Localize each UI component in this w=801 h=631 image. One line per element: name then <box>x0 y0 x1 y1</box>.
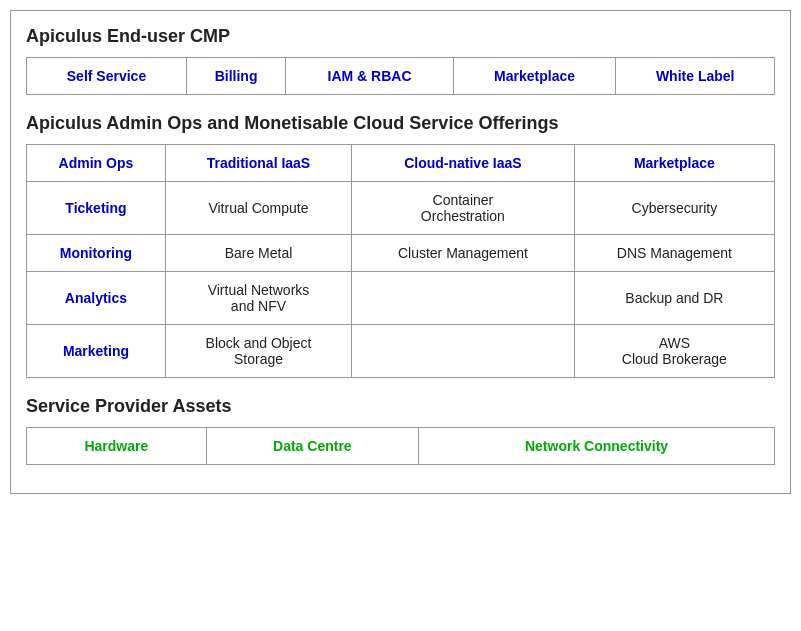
assets-title: Service Provider Assets <box>26 396 775 417</box>
enduser-cell-whitelabel: White Label <box>616 58 775 95</box>
adminops-cell-virtualcompute: Vitrual Compute <box>165 182 351 235</box>
enduser-title: Apiculus End-user CMP <box>26 26 775 47</box>
adminops-row-1: Ticketing Vitrual Compute ContainerOrche… <box>27 182 775 235</box>
assets-cell-datacentre: Data Centre <box>206 428 418 465</box>
adminops-row-4: Marketing Block and ObjectStorage AWSClo… <box>27 325 775 378</box>
assets-cell-network: Network Connectivity <box>419 428 775 465</box>
adminops-cell-empty1 <box>352 272 575 325</box>
adminops-table: Admin Ops Traditional IaaS Cloud-native … <box>26 144 775 378</box>
enduser-cell-billing: Billing <box>186 58 285 95</box>
adminops-row-3: Analytics Virtual Networksand NFV Backup… <box>27 272 775 325</box>
adminops-cell-baremetal: Bare Metal <box>165 235 351 272</box>
adminops-cell-cybersecurity: Cybersecurity <box>574 182 774 235</box>
adminops-title: Apiculus Admin Ops and Monetisable Cloud… <box>26 113 775 134</box>
adminops-cell-container: ContainerOrchestration <box>352 182 575 235</box>
adminops-cell-marketing: Marketing <box>27 325 166 378</box>
main-container: Apiculus End-user CMP Self Service Billi… <box>10 10 791 494</box>
enduser-cell-marketplace: Marketplace <box>453 58 616 95</box>
enduser-table: Self Service Billing IAM & RBAC Marketpl… <box>26 57 775 95</box>
enduser-row: Self Service Billing IAM & RBAC Marketpl… <box>27 58 775 95</box>
adminops-header-marketplace: Marketplace <box>574 145 774 182</box>
assets-row: Hardware Data Centre Network Connectivit… <box>27 428 775 465</box>
adminops-cell-blockstorage: Block and ObjectStorage <box>165 325 351 378</box>
adminops-header-adminops: Admin Ops <box>27 145 166 182</box>
adminops-cell-virtualnetworks: Virtual Networksand NFV <box>165 272 351 325</box>
assets-table: Hardware Data Centre Network Connectivit… <box>26 427 775 465</box>
adminops-cell-ticketing: Ticketing <box>27 182 166 235</box>
enduser-cell-iam: IAM & RBAC <box>286 58 454 95</box>
adminops-cell-empty2 <box>352 325 575 378</box>
adminops-cell-dns: DNS Management <box>574 235 774 272</box>
adminops-cell-clustermgmt: Cluster Management <box>352 235 575 272</box>
adminops-cell-aws: AWSCloud Brokerage <box>574 325 774 378</box>
adminops-cell-analytics: Analytics <box>27 272 166 325</box>
adminops-cell-backupdr: Backup and DR <box>574 272 774 325</box>
adminops-header-row: Admin Ops Traditional IaaS Cloud-native … <box>27 145 775 182</box>
adminops-row-2: Monitoring Bare Metal Cluster Management… <box>27 235 775 272</box>
assets-cell-hardware: Hardware <box>27 428 207 465</box>
enduser-cell-selfservice: Self Service <box>27 58 187 95</box>
adminops-header-cloudnative: Cloud-native IaaS <box>352 145 575 182</box>
adminops-cell-monitoring: Monitoring <box>27 235 166 272</box>
adminops-header-traditional: Traditional IaaS <box>165 145 351 182</box>
